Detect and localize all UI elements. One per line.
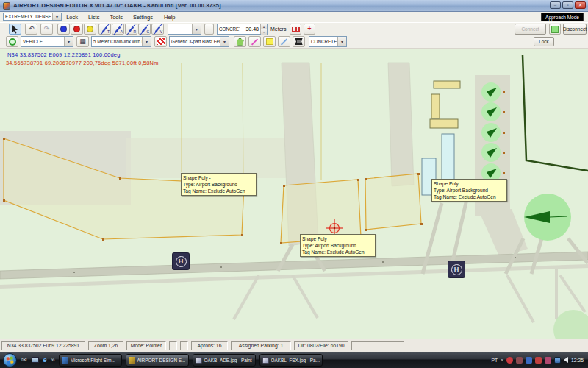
tray-network-icon[interactable] [554,357,561,364]
paint-icon [196,357,202,364]
tray-collapse-icon[interactable]: « [501,358,503,363]
link-name-combo[interactable]: ▾ [168,24,201,35]
status-parking: Assigned Parking: 1 [231,341,291,350]
tray-clock[interactable]: 12:25 [571,358,584,363]
undo-button[interactable]: ↶ [25,24,37,35]
map-canvas[interactable]: N34 33.837502 E069 12.225891 160,00deg 3… [0,49,588,339]
minimize-button[interactable]: – [550,1,561,9]
status-square-icon [551,26,559,33]
quicklaunch-ie-icon[interactable]: e [43,356,47,364]
tray-app-icon[interactable] [526,357,532,364]
disconnect-button[interactable]: Disconnect [563,24,587,35]
add-button[interactable]: + [304,24,315,35]
menu-settings[interactable]: Settings [128,14,158,21]
blue-line-tool-button[interactable] [278,36,290,47]
tray-app-icon[interactable] [516,357,523,364]
quicklaunch-mail-icon[interactable]: ✉ [21,356,27,364]
redo-button[interactable]: ↷ [40,24,53,35]
tooltip-tag: Tag Name: Exclude AutoGen [183,188,254,194]
helipad-ring-icon: H [451,264,462,275]
blue-point-tool-button[interactable] [57,24,70,35]
chevron-down-icon[interactable]: ▾ [192,24,201,34]
menu-bar: File Edit View Lock Lists Tools Settings… [0,12,588,22]
taskbar-button-ade[interactable]: AIRPORT DESIGN E... [126,354,189,367]
plus-icon: + [307,26,311,32]
runway-marks-button[interactable] [290,24,301,35]
tooltip-title: Shape Poly [302,236,373,242]
fence-type-combo[interactable]: 5 Meter Chain-link with be ▾ [91,36,151,47]
menu-tools[interactable]: Tools [104,14,128,21]
close-button[interactable]: ✕ [575,1,586,9]
chevron-down-icon[interactable]: ▾ [142,37,151,46]
chevron-down-icon[interactable]: ▾ [52,13,61,20]
toolbar-row2: VEHICLE ▾ ▦ 5 Meter Chain-link with be ▾… [0,35,588,49]
tray-app-icon[interactable] [506,357,513,364]
tray-volume-icon[interactable] [564,357,568,363]
width-value[interactable]: 30.48 [240,24,260,34]
tool-letter: R [133,29,136,34]
surface-combo-2[interactable]: CONCRETE ▾ [309,36,347,47]
blue-dot-icon [60,26,67,32]
spinner-up-icon[interactable]: ▴ [261,24,267,29]
yellow-dot-icon [87,26,93,32]
pink-line-icon [251,38,258,45]
tooltip-type: Type: Airport Background [302,242,373,249]
chevron-down-icon[interactable]: ▾ [64,37,73,46]
shape-tooltip: Shape Poly - Type: Airport Background Ta… [181,173,257,196]
red-point-tool-button[interactable] [71,24,83,35]
yellow-point-tool-button[interactable] [84,24,96,35]
lock-button[interactable]: Lock [534,37,554,46]
cursor-coordinates-blue: N34 33.837502 E069 12.225891 160,00deg [7,52,121,58]
spinner-down-icon[interactable]: ▾ [261,29,267,35]
closed-link-tool-button[interactable]: C [138,24,151,35]
menu-help[interactable]: Help [158,14,181,21]
taskbar-button-paint1[interactable]: OAKB_ADE.jpg - Paint [193,354,256,367]
tray-app-icon[interactable] [545,357,551,364]
boundary-polyline[interactable] [523,55,588,171]
status-aprons: Aprons: 16 [191,341,228,350]
vehicle-point-button[interactable] [6,36,18,47]
connect-button[interactable]: Connect [514,24,546,35]
helipad-label: H [454,266,459,273]
title-bar: AIRPORT DESIGN EDITOR X v01.47.07: OAKB … [0,0,588,12]
exclusion-tool-button[interactable] [293,36,305,47]
taskbar-button-paint2[interactable]: OAKBL_FSX.jpg - Pa... [259,354,323,367]
tooltip-tag: Tag Name: Exclude AutoGen [302,249,373,255]
green-ring-icon [9,38,16,46]
vehicle-combo[interactable]: VEHICLE ▾ [21,36,74,47]
status-spare-2 [180,341,188,350]
blastfence-button[interactable] [154,36,167,47]
tray-language-indicator[interactable]: PT [492,358,498,363]
pointer-tool-button[interactable] [9,24,21,35]
maximize-button[interactable]: ▫ [562,1,573,9]
taskbar-button-fs[interactable]: Microsoft Flight Sim... [59,354,122,367]
status-mode: Mode: Pointer [126,341,166,350]
chevron-down-icon[interactable]: ▾ [220,37,229,46]
connection-status-button[interactable] [549,24,561,35]
menu-lists[interactable]: Lists [83,14,104,21]
chevron-down-icon[interactable]: ▾ [337,37,346,46]
polygon-tool-button[interactable] [234,36,246,47]
quicklaunch-overflow-icon[interactable]: » [51,356,55,364]
quicklaunch-desktop-icon[interactable] [32,357,39,363]
tray-security-icon[interactable] [535,357,542,364]
blastfence-combo[interactable]: Generic 3-part Blast Fence ▾ [169,36,229,47]
vector-link-tool-button[interactable]: V [151,24,164,35]
density-combo[interactable]: EXTREMELY_DENSE ▾ [3,13,62,21]
buildings-yellow[interactable] [430,81,460,128]
menu-lock[interactable]: Lock [61,14,83,21]
pink-line-tool-button[interactable] [248,36,261,47]
runway-link-tool-button[interactable]: R [125,24,137,35]
fence-grid-button[interactable]: ▦ [76,36,89,47]
helipad-marker[interactable]: H [448,261,465,277]
vehicle-combo-value: VEHICLE [21,39,64,44]
exclusion-icon [295,38,303,45]
apron-link-tool-button[interactable]: A [112,24,124,35]
link-option-button[interactable] [204,24,214,35]
taxi-link-tool-button[interactable]: T [98,24,111,35]
width-spinner[interactable]: 30.48 ▴ ▾ [240,24,268,35]
approach-mode-button[interactable]: Approach Mode [541,13,584,21]
start-button[interactable] [3,353,17,367]
helipad-marker[interactable]: H [173,253,189,269]
yellow-area-tool-button[interactable] [263,36,276,47]
